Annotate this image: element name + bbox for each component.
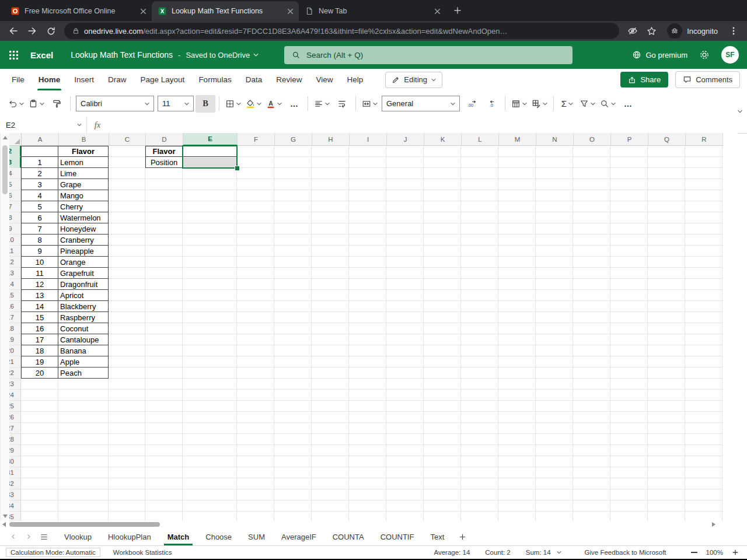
cell-P13[interactable] [610, 268, 648, 279]
cell-M21[interactable] [498, 356, 536, 368]
cell-N27[interactable] [536, 423, 573, 434]
cell-A12[interactable]: 10 [21, 257, 58, 268]
cell-F12[interactable] [237, 257, 274, 268]
workbook-statistics-button[interactable]: Workbook Statistics [113, 549, 172, 556]
more-font-options-button[interactable]: … [284, 95, 304, 113]
cell-E6[interactable] [183, 190, 237, 201]
cell-M28[interactable] [498, 434, 536, 445]
all-sheets-button[interactable] [36, 529, 51, 544]
cell-O24[interactable] [573, 390, 610, 401]
cell-H16[interactable] [312, 301, 349, 312]
cell-G4[interactable] [274, 168, 312, 179]
cell-L5[interactable] [461, 179, 498, 190]
cell-M2[interactable] [498, 146, 536, 157]
cell-D24[interactable] [145, 390, 183, 401]
cell-P10[interactable] [610, 235, 648, 246]
cell-H7[interactable] [312, 201, 349, 212]
cell-E5[interactable] [183, 179, 237, 190]
cell-A3[interactable]: 1 [21, 157, 58, 168]
cell-K26[interactable] [424, 412, 461, 423]
cell-F21[interactable] [237, 356, 274, 368]
cell-E8[interactable] [183, 212, 237, 223]
cell-L7[interactable] [461, 201, 498, 212]
cell-R5[interactable] [685, 179, 722, 190]
cell-A20[interactable]: 18 [21, 345, 58, 356]
cell-N15[interactable] [536, 290, 573, 301]
cell-M13[interactable] [498, 268, 536, 279]
cell-F19[interactable] [237, 334, 274, 345]
cell-P11[interactable] [610, 246, 648, 257]
cell-F13[interactable] [237, 268, 274, 279]
cell-F27[interactable] [237, 423, 274, 434]
cell-P28[interactable] [610, 434, 648, 445]
cell-D10[interactable] [145, 235, 183, 246]
cell-L33[interactable] [461, 489, 498, 501]
merge-cells-button[interactable] [359, 95, 380, 113]
cell-L12[interactable] [461, 257, 498, 268]
cell-H10[interactable] [312, 235, 349, 246]
cell-E14[interactable] [183, 279, 237, 290]
cell-B7[interactable]: Cherry [58, 201, 109, 212]
cell-L16[interactable] [461, 301, 498, 312]
cell-R4[interactable] [685, 168, 722, 179]
reload-button[interactable] [42, 22, 60, 40]
cell-R25[interactable] [685, 401, 722, 412]
cell-M27[interactable] [498, 423, 536, 434]
browser-menu-button[interactable] [725, 22, 742, 40]
cell-L22[interactable] [461, 368, 498, 379]
cell-C13[interactable] [109, 268, 145, 279]
cell-H33[interactable] [312, 489, 349, 501]
cell-I16[interactable] [349, 301, 386, 312]
cell-C25[interactable] [109, 401, 145, 412]
cell-N29[interactable] [536, 445, 573, 456]
cell-M19[interactable] [498, 334, 536, 345]
cell-H9[interactable] [312, 223, 349, 235]
cell-Q25[interactable] [648, 401, 685, 412]
bookmark-star-icon[interactable] [643, 22, 660, 40]
cell-B32[interactable] [58, 478, 109, 489]
cell-M15[interactable] [498, 290, 536, 301]
cell-A11[interactable]: 9 [21, 246, 58, 257]
cell-O2[interactable] [573, 146, 610, 157]
cell-N6[interactable] [536, 190, 573, 201]
cell-H15[interactable] [312, 290, 349, 301]
column-header-J[interactable]: J [387, 133, 424, 146]
cell-Q22[interactable] [648, 368, 685, 379]
cell-B26[interactable] [58, 412, 109, 423]
cell-M10[interactable] [498, 235, 536, 246]
cell-J35[interactable] [386, 512, 424, 521]
cell-M24[interactable] [498, 390, 536, 401]
cell-G20[interactable] [274, 345, 312, 356]
cell-B13[interactable]: Grapefruit [58, 268, 109, 279]
cell-O26[interactable] [573, 412, 610, 423]
cell-R26[interactable] [685, 412, 722, 423]
new-sheet-button[interactable] [455, 529, 470, 544]
cell-Q3[interactable] [648, 157, 685, 168]
cell-J6[interactable] [386, 190, 424, 201]
cell-E22[interactable] [183, 368, 237, 379]
cell-N3[interactable] [536, 157, 573, 168]
cell-L34[interactable] [461, 501, 498, 512]
cell-G18[interactable] [274, 323, 312, 334]
cell-C5[interactable] [109, 179, 145, 190]
cell-G22[interactable] [274, 368, 312, 379]
sheet-tab-text[interactable]: Text [422, 528, 452, 545]
cell-D31[interactable] [145, 467, 183, 478]
cell-A2[interactable] [21, 146, 58, 157]
cell-P5[interactable] [610, 179, 648, 190]
cell-B5[interactable]: Grape [58, 179, 109, 190]
cell-E27[interactable] [183, 423, 237, 434]
cell-I19[interactable] [349, 334, 386, 345]
column-header-K[interactable]: K [424, 133, 462, 146]
cell-K19[interactable] [424, 334, 461, 345]
cell-J14[interactable] [386, 279, 424, 290]
account-avatar[interactable]: SF [721, 46, 739, 64]
cell-H27[interactable] [312, 423, 349, 434]
cell-H31[interactable] [312, 467, 349, 478]
cell-L9[interactable] [461, 223, 498, 235]
column-header-N[interactable]: N [536, 133, 574, 146]
cell-D20[interactable] [145, 345, 183, 356]
cell-G14[interactable] [274, 279, 312, 290]
cell-N35[interactable] [536, 512, 573, 521]
horizontal-scrollbar[interactable] [0, 521, 718, 528]
